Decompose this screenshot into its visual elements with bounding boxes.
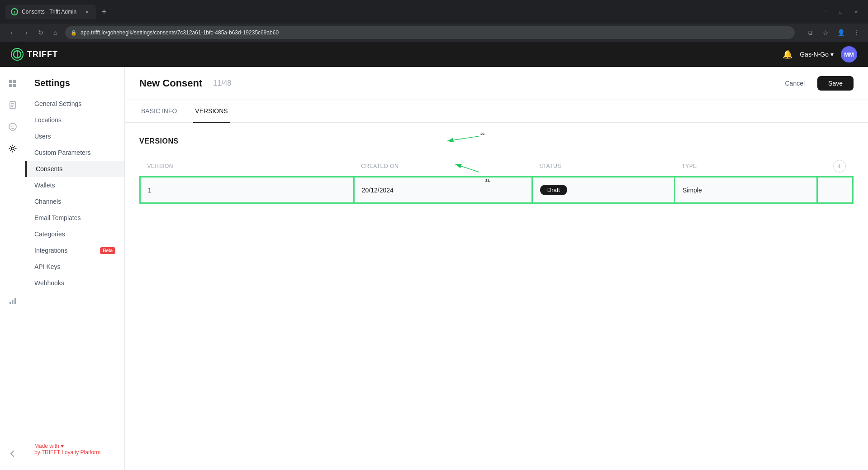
cancel-button[interactable]: Cancel: [778, 76, 812, 91]
tab-basic-info[interactable]: BASIC INFO: [139, 100, 179, 123]
beta-badge: Beta: [100, 247, 115, 254]
svg-point-13: [11, 126, 12, 127]
main-layout: Settings General Settings Locations User…: [0, 67, 868, 470]
sidebar-item-users[interactable]: Users: [25, 128, 124, 144]
sidebar-item-webhooks[interactable]: Webhooks: [25, 275, 124, 291]
new-tab-button[interactable]: +: [98, 5, 110, 18]
sidebar-item-categories[interactable]: Categories: [25, 226, 124, 242]
profile-button[interactable]: 👤: [835, 26, 847, 39]
tab-bar: T Consents - Trifft Admin ✕ +: [5, 5, 110, 19]
avatar-initials: MM: [844, 51, 854, 58]
save-button[interactable]: Save: [817, 76, 854, 91]
back-button[interactable]: ‹: [5, 26, 18, 39]
sidebar-icon-grid[interactable]: [4, 74, 22, 92]
tabs-container: BASIC INFO VERSIONS: [125, 100, 868, 123]
tab-close-button[interactable]: ✕: [83, 8, 90, 15]
sidebar-collapse-icon[interactable]: [4, 445, 22, 463]
browser-controls: ‹ › ↻ ⌂ 🔒 app.trifft.io/gohehegik/settin…: [0, 24, 868, 42]
step-counter: 11/48: [213, 79, 231, 87]
chevron-down-icon: ▾: [830, 51, 834, 58]
sidebar-icon-smiley[interactable]: [4, 118, 22, 136]
svg-rect-17: [12, 300, 13, 304]
sidebar-item-api-keys[interactable]: API Keys: [25, 259, 124, 275]
active-tab[interactable]: T Consents - Trifft Admin ✕: [5, 5, 96, 19]
svg-rect-18: [14, 298, 16, 304]
svg-rect-16: [9, 302, 11, 304]
org-selector[interactable]: Gas-N-Go ▾: [800, 51, 834, 58]
icon-sidebar: [0, 67, 25, 470]
tab-title: Consents - Trifft Admin: [22, 9, 76, 15]
svg-text:T: T: [13, 10, 16, 14]
sidebar-item-consents[interactable]: Consents: [25, 161, 124, 177]
svg-rect-5: [13, 80, 16, 83]
logo-text: TRIFFT: [27, 50, 58, 59]
tab-versions[interactable]: VERSIONS: [193, 100, 229, 123]
col-type: TYPE: [674, 156, 817, 177]
svg-rect-7: [13, 84, 16, 87]
nav-buttons: ‹ › ↻ ⌂: [5, 26, 62, 39]
col-add: +: [817, 156, 853, 177]
content-header: New Consent 11/48 Cancel Save: [125, 67, 868, 100]
svg-point-14: [13, 126, 14, 127]
top-nav-right: 🔔 Gas-N-Go ▾ MM: [783, 46, 857, 62]
page-title: New Consent: [139, 77, 202, 89]
cell-version: 1: [140, 177, 354, 203]
logo: TRIFFT: [11, 48, 58, 61]
close-button[interactable]: ✕: [850, 5, 863, 18]
versions-table: VERSION CREATED ON STATUS TYPE + 1 2: [139, 156, 854, 204]
table-row[interactable]: 1 20/12/2024 Draft Simple: [140, 177, 853, 203]
sidebar-icon-settings[interactable]: [4, 139, 22, 158]
minimize-button[interactable]: －: [819, 5, 832, 18]
svg-point-12: [9, 123, 16, 130]
avatar[interactable]: MM: [841, 46, 857, 62]
sidebar-item-email-templates[interactable]: Email Templates: [25, 210, 124, 226]
favorites-button[interactable]: ☆: [819, 26, 832, 39]
versions-heading: VERSIONS: [139, 137, 854, 145]
reload-button[interactable]: ↻: [34, 26, 47, 39]
sidebar-item-custom-parameters[interactable]: Custom Parameters: [25, 144, 124, 161]
app-wrapper: TRIFFT 🔔 Gas-N-Go ▾ MM: [0, 42, 868, 470]
svg-rect-6: [9, 84, 12, 87]
sidebar-item-general-settings[interactable]: General Settings: [25, 96, 124, 112]
versions-content: VERSIONS VERSION CREATED ON STATUS TYPE …: [125, 123, 868, 218]
lock-icon: 🔒: [71, 30, 77, 36]
sidebar-icon-chart[interactable]: [4, 292, 22, 310]
cell-status: Draft: [532, 177, 674, 203]
address-bar[interactable]: 🔒 app.trifft.io/gohehegik/settings/conse…: [65, 26, 795, 39]
add-version-button[interactable]: +: [833, 160, 846, 173]
org-name: Gas-N-Go: [800, 51, 829, 58]
url-text: app.trifft.io/gohehegik/settings/consent…: [81, 29, 279, 36]
cell-created-on: 20/12/2024: [354, 177, 532, 203]
top-nav: TRIFFT 🔔 Gas-N-Go ▾ MM: [0, 42, 868, 67]
sidebar-icon-document[interactable]: [4, 96, 22, 114]
col-status: STATUS: [532, 156, 674, 177]
home-button[interactable]: ⌂: [49, 26, 62, 39]
col-version: VERSION: [140, 156, 354, 177]
status-badge: Draft: [540, 185, 567, 195]
sidebar-item-locations[interactable]: Locations: [25, 112, 124, 128]
svg-text:20.: 20.: [480, 132, 485, 136]
sidebar-footer: Made with ♥ by TRIFFT Loyalty Platform: [25, 436, 124, 463]
window-controls: － □ ✕: [819, 5, 863, 18]
cell-type: Simple: [674, 177, 817, 203]
browser-chrome: T Consents - Trifft Admin ✕ + － □ ✕: [0, 0, 868, 24]
header-actions: Cancel Save: [778, 76, 854, 91]
nav-sidebar: Settings General Settings Locations User…: [25, 67, 125, 470]
cell-actions: [817, 177, 853, 203]
tab-favicon: T: [11, 8, 18, 15]
notification-bell-icon[interactable]: 🔔: [783, 49, 792, 59]
heart-icon: ♥: [61, 443, 64, 449]
sidebar-item-integrations[interactable]: Integrations Beta: [25, 242, 124, 259]
sidebar-title: Settings: [25, 74, 124, 96]
sidebar-item-channels[interactable]: Channels: [25, 193, 124, 210]
extensions-button[interactable]: ⧉: [804, 26, 816, 39]
svg-rect-4: [9, 80, 12, 83]
col-created-on: CREATED ON: [354, 156, 532, 177]
menu-button[interactable]: ⋮: [850, 26, 863, 39]
svg-point-15: [11, 147, 14, 150]
logo-icon: [11, 48, 24, 61]
maximize-button[interactable]: □: [835, 5, 847, 18]
content-area: New Consent 11/48 Cancel Save BASIC INFO…: [125, 67, 868, 470]
sidebar-item-wallets[interactable]: Wallets: [25, 177, 124, 193]
forward-button[interactable]: ›: [20, 26, 33, 39]
